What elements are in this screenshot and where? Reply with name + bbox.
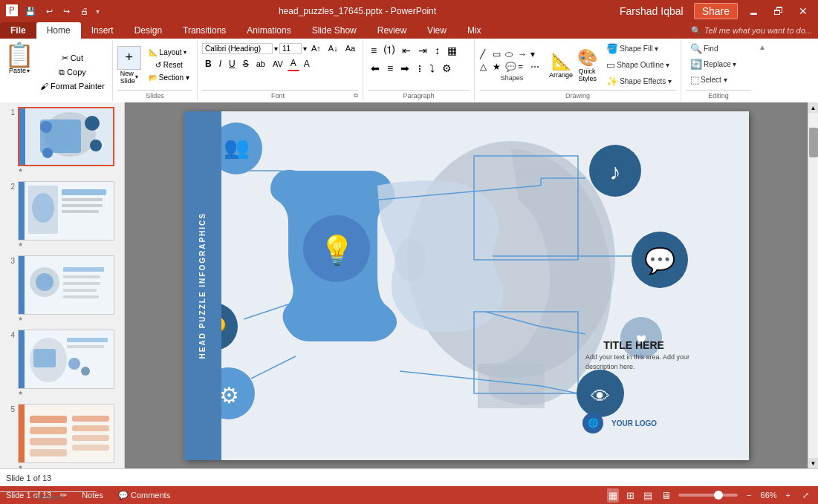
zoom-out-btn[interactable]: − [744, 490, 754, 500]
font-size-inc-btn[interactable]: A↑ [308, 42, 324, 54]
shape-outline-btn[interactable]: ▭ Shape Outline ▾ [602, 58, 676, 72]
zoom-slider[interactable] [678, 494, 738, 497]
save-quick-btn[interactable]: 💾 [22, 5, 39, 18]
replace-btn[interactable]: 🔄 Replace ▾ [686, 57, 741, 71]
format-painter-btn[interactable]: 🖌 Format Painter [37, 80, 108, 92]
slide-preview-1[interactable] [18, 107, 114, 166]
clear-format-btn[interactable]: Aa [343, 42, 358, 54]
undo-btn[interactable]: ↩ [43, 5, 56, 18]
section-btn[interactable]: 📂 Section ▾ [146, 72, 192, 83]
reset-btn[interactable]: ↺ Reset [146, 59, 192, 71]
numbering-btn[interactable]: ⑴ [381, 42, 397, 59]
justify-btn[interactable]: ⫶ [414, 61, 425, 76]
tab-file[interactable]: File [0, 22, 36, 39]
find-btn[interactable]: 🔍 Find [686, 42, 722, 56]
slide-thumb-3[interactable]: 3 [3, 254, 121, 324]
tab-slideshow[interactable]: Slide Show [302, 22, 367, 39]
tab-mix[interactable]: Mix [457, 22, 492, 39]
share-btn[interactable]: Share [694, 3, 738, 19]
italic-btn[interactable]: I [216, 57, 224, 71]
tab-view[interactable]: View [417, 22, 457, 39]
align-right-btn[interactable]: ➡ [397, 61, 412, 76]
shape-more[interactable]: ▾ [530, 48, 542, 60]
zoom-thumb[interactable] [714, 491, 723, 500]
shadow-btn[interactable]: ab [253, 58, 268, 70]
shape-oval[interactable]: ⬭ [504, 48, 516, 60]
redo-btn[interactable]: ↪ [60, 5, 73, 18]
print-btn[interactable]: 🖨 [77, 5, 91, 17]
slide-preview-3[interactable] [18, 255, 114, 315]
quick-styles-btn[interactable]: 🎨 QuickStyles [577, 48, 597, 82]
cut-btn[interactable]: ✂ Cut [37, 52, 108, 65]
scroll-down-btn[interactable]: ▼ [808, 458, 818, 468]
scroll-thumb[interactable] [809, 128, 818, 157]
tab-home[interactable]: Home [36, 22, 81, 39]
puzzle-piece-blue[interactable]: 💡 [270, 169, 397, 341]
slide-thumb-4[interactable]: 4 ★ [3, 328, 121, 398]
slide-thumb-1[interactable]: 1 [3, 105, 121, 175]
tab-animations[interactable]: Animations [236, 22, 301, 39]
bullets-btn[interactable]: ≡ [368, 43, 380, 58]
select-btn[interactable]: ⬚ Select ▾ [686, 73, 732, 87]
shape-rect[interactable]: ▭ [492, 48, 504, 60]
new-slide-btn[interactable]: + NewSlide▾ [117, 46, 141, 85]
minimize-btn[interactable]: 🗕 [744, 4, 763, 19]
layout-btn[interactable]: 📐 Layout ▾ [146, 47, 192, 58]
maximize-btn[interactable]: 🗗 [769, 4, 788, 19]
scroll-up-btn[interactable]: ▲ [808, 102, 818, 113]
line-spacing-btn[interactable]: ↕ [432, 43, 443, 58]
text-dir-btn[interactable]: ⤵ [426, 61, 438, 76]
arrange-btn[interactable]: 📐 Arrange [549, 52, 573, 79]
shape-tri[interactable]: △ [479, 61, 491, 73]
align-left-btn[interactable]: ⬅ [368, 61, 383, 76]
slide-title[interactable]: TITLE HERE [603, 339, 664, 351]
ribbon-collapse-btn[interactable]: ▲ [756, 40, 769, 101]
shape-arrow[interactable]: → [517, 48, 529, 60]
slide-preview-2[interactable] [18, 181, 114, 240]
shape-callout[interactable]: 💬 [504, 61, 516, 73]
zoom-in-btn[interactable]: + [783, 490, 793, 500]
tell-me-input[interactable]: Tell me what you want to do... [704, 26, 812, 35]
fit-slide-btn[interactable]: ⤢ [799, 490, 812, 501]
slide-thumb-5[interactable]: 5 [3, 402, 121, 468]
account-btn[interactable]: Farshad Iqbal [615, 4, 688, 19]
increase-indent-btn[interactable]: ⇥ [415, 43, 430, 58]
font-size-dropdown[interactable]: ▾ [303, 45, 307, 53]
font-name-dropdown[interactable]: ▾ [274, 45, 278, 53]
shape-fill-btn[interactable]: 🪣 Shape Fill ▾ [602, 42, 676, 56]
copy-btn[interactable]: ⧉ Copy [37, 66, 108, 79]
paste-btn[interactable]: 📋 Paste▾ [4, 43, 34, 101]
bold-btn[interactable]: B [202, 57, 215, 71]
shape-effects-btn[interactable]: ✨ Shape Effects ▾ [602, 74, 676, 88]
slide-canvas[interactable]: HEAD PUZZLE INFOGRAPHICS [184, 111, 749, 460]
underline-btn[interactable]: U [226, 57, 238, 71]
text-highlight-btn[interactable]: A [301, 57, 313, 71]
shape-star[interactable]: ★ [492, 61, 504, 73]
tab-transitions[interactable]: Transitions [172, 22, 236, 39]
slide-thumb-2[interactable]: 2 ★ [3, 180, 121, 249]
close-btn[interactable]: ✕ [794, 4, 812, 19]
shape-line[interactable]: ╱ [479, 48, 491, 60]
slide-sorter-btn[interactable]: ⊞ [625, 488, 636, 503]
font-color-btn[interactable]: A [288, 56, 299, 71]
slideshow-btn[interactable]: 🖥 [660, 488, 672, 503]
normal-view-btn[interactable]: ▦ [607, 488, 619, 503]
strikethrough-btn[interactable]: S [240, 57, 252, 71]
col-btn[interactable]: ▦ [444, 43, 460, 58]
convert-smartart-btn[interactable]: ⚙ [439, 61, 455, 76]
comments-btn[interactable]: 💬 Comments [115, 490, 173, 501]
font-size-dec-btn[interactable]: A↓ [325, 42, 341, 54]
shape-eq[interactable]: = [517, 61, 529, 73]
slide-preview-4[interactable] [18, 330, 114, 389]
tab-review[interactable]: Review [367, 22, 417, 39]
align-center-btn[interactable]: ≡ [384, 61, 396, 76]
char-spacing-btn[interactable]: AV [270, 58, 286, 70]
font-name-input[interactable] [202, 43, 273, 54]
font-size-input[interactable] [279, 43, 302, 54]
reading-view-btn[interactable]: ▤ [642, 488, 654, 503]
shape-more2[interactable]: ⋯ [530, 61, 542, 73]
tab-insert[interactable]: Insert [81, 22, 124, 39]
tab-design[interactable]: Design [124, 22, 172, 39]
decrease-indent-btn[interactable]: ⇤ [399, 43, 414, 58]
slide-preview-5[interactable] [18, 404, 114, 463]
